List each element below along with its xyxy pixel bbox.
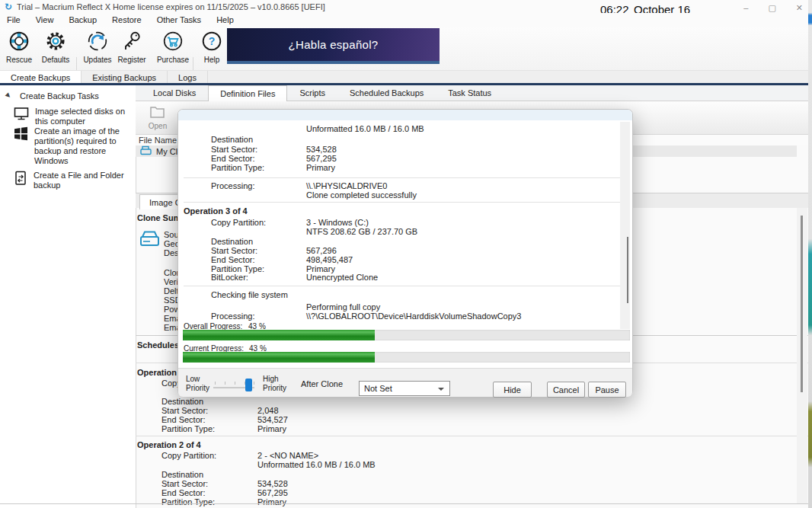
dialog-footer: Low Priority High Priority After Clone N… (178, 368, 632, 397)
clone-file-icon (140, 145, 152, 157)
slider-tick (235, 382, 235, 385)
operation2-title: Operation 2 of 4 (137, 440, 201, 449)
field-value: 498,495,487 (306, 255, 353, 264)
tab-create-backups[interactable]: Create Backups (0, 71, 82, 84)
open-button-label: Open (149, 122, 167, 130)
minimize-button[interactable]: – (743, 3, 748, 13)
folder-open-icon (149, 104, 166, 122)
field-label: BitLocker: (211, 273, 248, 282)
register-button[interactable]: Register (113, 30, 151, 68)
low-priority-label: Low Priority (186, 375, 213, 392)
file-name-column-header: File Name (139, 136, 177, 145)
schedules-title: Schedules (137, 340, 179, 350)
dialog-scrollbar[interactable] (620, 122, 630, 329)
sidebar-item-image-windows-partitions[interactable]: Create an image of the partition(s) requ… (14, 126, 129, 166)
tab-local-disks[interactable]: Local Disks (141, 85, 208, 101)
toolbar-button-label: Help (204, 56, 220, 64)
field-label: Destination (161, 470, 203, 479)
divider (136, 436, 812, 436)
after-clone-label: After Clone (301, 379, 343, 388)
tab-definition-files[interactable]: Definition Files (208, 85, 287, 101)
field-value: 534,528 (257, 479, 288, 488)
field-value: NTFS 208.62 GB / 237.70 GB (306, 227, 417, 236)
current-progress-fill (183, 352, 375, 363)
toolbar-button-label: Updates (83, 56, 111, 64)
app-logo-icon: ↻ (5, 2, 12, 12)
menu-backup[interactable]: Backup (69, 15, 97, 24)
tab-scripts[interactable]: Scripts (287, 85, 337, 101)
toolbar-button-label: Defaults (42, 56, 70, 64)
menu-restore[interactable]: Restore (112, 15, 142, 24)
sidebar-item-label: Image selected disks on this computer (35, 107, 129, 126)
field-value: 2 - <NO NAME> (257, 451, 318, 460)
tree-expander-icon[interactable]: ▶ (5, 91, 13, 100)
sidebar-item-image-disks[interactable]: Image selected disks on this computer (14, 107, 129, 126)
dialog-scrollbar-thumb[interactable] (627, 237, 628, 303)
purchase-button[interactable]: Purchase (154, 30, 192, 68)
cart-icon (161, 30, 184, 54)
tab-label: Definition Files (220, 89, 275, 98)
high-priority-label: High Priority (263, 375, 292, 392)
defaults-button[interactable]: Defaults (37, 30, 75, 68)
field-label: Destination (211, 237, 253, 246)
operation3-title: Operation 3 of 4 (184, 206, 248, 216)
tab-label: Scheduled Backups (350, 88, 424, 97)
divider (184, 286, 624, 286)
hide-button[interactable]: Hide (493, 382, 532, 398)
field-value: 567,295 (257, 488, 288, 497)
field-label: Copy Partition: (211, 218, 266, 227)
field-value: Primary (257, 497, 286, 506)
app-window: ↻ Trial – Macrium Reflect X Home license… (0, 0, 812, 508)
screen-edge (808, 0, 812, 508)
tab-label: Logs (178, 73, 197, 82)
updates-button[interactable]: Updates (78, 30, 117, 68)
promo-banner[interactable]: ¿Habla español? (227, 28, 440, 64)
menu-other-tasks[interactable]: Other Tasks (157, 15, 202, 24)
close-button[interactable]: ✕ (796, 3, 803, 13)
overall-progress-bar (183, 330, 630, 340)
priority-slider-handle[interactable] (245, 379, 252, 391)
sidebar: ▶ Create Backup Tasks Image selected dis… (0, 85, 136, 508)
tab-label: Existing Backups (92, 73, 156, 82)
sidebar-group-header[interactable]: Create Backup Tasks (20, 91, 99, 101)
field-label: Start Sector: (211, 246, 257, 255)
maximize-button[interactable]: ▢ (768, 3, 775, 13)
tab-task-status[interactable]: Task Status (436, 85, 504, 101)
slider-tick (225, 382, 225, 385)
field-label: End Sector: (161, 415, 205, 424)
pause-button[interactable]: Pause (588, 382, 626, 398)
open-button[interactable]: Open (142, 104, 174, 133)
divider (0, 503, 812, 504)
field-value: Unencrypted Clone (306, 273, 378, 282)
tab-logs[interactable]: Logs (168, 71, 208, 84)
help-button[interactable]: ? Help (197, 30, 227, 68)
gear-icon (44, 30, 67, 54)
button-label: Pause (595, 385, 619, 395)
monitor-icon (14, 107, 29, 123)
sidebar-item-file-folder-backup[interactable]: Create a File and Folder backup (14, 171, 129, 190)
tab-label: Scripts (299, 88, 325, 97)
field-value: Primary (306, 163, 335, 172)
cancel-button[interactable]: Cancel (547, 382, 585, 398)
button-label: Cancel (553, 385, 579, 395)
after-clone-value: Not Set (364, 384, 392, 393)
field-label: Destination (211, 135, 253, 144)
main-scrollbar-thumb[interactable] (801, 216, 803, 392)
menu-file[interactable]: File (7, 15, 21, 24)
tab-label: Task Status (448, 88, 491, 97)
field-value: 3 - Windows (C:) (306, 218, 369, 227)
file-backup-icon (14, 171, 27, 187)
field-label: Start Sector: (161, 479, 208, 488)
dialog-header[interactable] (178, 110, 632, 120)
menu-help[interactable]: Help (216, 15, 234, 24)
key-icon (120, 30, 143, 54)
status-text: Performing full copy (306, 302, 380, 312)
rescue-button[interactable]: Rescue (0, 30, 38, 68)
field-value: 567,295 (306, 154, 337, 163)
tab-existing-backups[interactable]: Existing Backups (82, 71, 168, 84)
menu-view[interactable]: View (36, 15, 54, 24)
tab-scheduled-backups[interactable]: Scheduled Backups (337, 85, 436, 101)
after-clone-dropdown[interactable]: Not Set (359, 381, 450, 396)
toolbar-button-label: Register (117, 56, 145, 64)
button-label: Hide (504, 385, 521, 395)
